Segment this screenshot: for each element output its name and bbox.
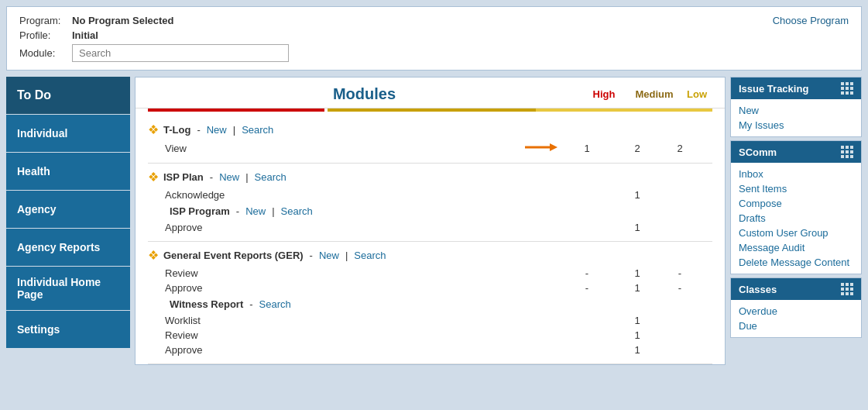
profile-label: Profile: xyxy=(19,29,66,41)
tlog-view-medium: 2 xyxy=(610,143,664,154)
isp-new-link[interactable]: New xyxy=(219,171,239,183)
scomm-inbox-link[interactable]: Inbox xyxy=(739,167,853,181)
priority-medium-label: Medium xyxy=(627,88,681,100)
tlog-search-link[interactable]: Search xyxy=(242,124,273,136)
sidebar-item-individual-home-page[interactable]: Individual Home Page xyxy=(6,267,130,310)
ger-search-link[interactable]: Search xyxy=(354,250,386,261)
ger-review-label: Review xyxy=(165,267,564,279)
modules-header: Modules High Medium Low xyxy=(136,78,725,109)
sidebar-item-agency-reports-label: Agency Reports xyxy=(17,241,100,253)
scomm-drafts-link[interactable]: Drafts xyxy=(739,212,853,225)
module-section-tlog: ❖ T-Log - New | Search View 1 xyxy=(148,116,712,164)
scomm-message-audit-link[interactable]: Message Audit xyxy=(739,241,853,254)
program-value: No Program Selected xyxy=(72,15,174,26)
witness-worklist-row: Worklist 1 xyxy=(148,313,712,328)
isp-approve-label: Approve xyxy=(165,222,564,233)
ger-review-low: - xyxy=(664,267,695,279)
module-row: Module: xyxy=(19,44,289,62)
ger-review-row: Review - 1 - xyxy=(148,266,712,281)
scomm-panel: SComm Inbox Sent Items Compose Drafts Cu… xyxy=(730,140,862,274)
witness-search-link[interactable]: Search xyxy=(259,298,291,310)
tlog-view-low: 2 xyxy=(664,143,695,154)
ger-name: General Event Reports (GER) xyxy=(163,250,304,261)
sidebar-item-agency[interactable]: Agency xyxy=(6,191,130,228)
isp-approve-row: Approve 1 xyxy=(148,220,712,235)
issue-tracking-title: Issue Tracking xyxy=(739,83,808,95)
isp-program-new-link[interactable]: New xyxy=(245,205,266,217)
scomm-delete-message-content-link[interactable]: Delete Message Content xyxy=(739,256,853,269)
scomm-compose-link[interactable]: Compose xyxy=(739,197,853,210)
center-content: Modules High Medium Low ❖ T-Log - New | xyxy=(135,77,726,365)
sidebar-item-todo-label: To Do xyxy=(17,88,51,102)
priority-high-label: High xyxy=(581,88,627,100)
scomm-grid-icon xyxy=(841,146,853,158)
sidebar-item-todo[interactable]: To Do xyxy=(6,77,130,114)
sidebar-item-individual[interactable]: Individual xyxy=(6,115,130,152)
witness-name: Witness Report xyxy=(170,298,243,310)
module-section-ger: ❖ General Event Reports (GER) - New | Se… xyxy=(148,242,712,364)
choose-program-link[interactable]: Choose Program xyxy=(773,15,849,26)
scomm-custom-user-group-link[interactable]: Custom User Group xyxy=(739,226,853,239)
classes-overdue-link[interactable]: Overdue xyxy=(739,305,853,318)
priority-headers: High Medium Low xyxy=(581,88,712,100)
sidebar-item-agency-label: Agency xyxy=(17,203,57,215)
top-bar-info: Program: No Program Selected Profile: In… xyxy=(19,15,289,62)
search-input[interactable] xyxy=(72,44,289,62)
witness-approve-row: Approve 1 xyxy=(148,343,712,357)
tlog-arrow xyxy=(523,142,558,155)
issue-tracking-panel: Issue Tracking New My Issues xyxy=(730,77,862,137)
isp-title-row: ❖ ISP Plan - New | Search xyxy=(148,170,712,184)
classes-header: Classes xyxy=(731,278,861,300)
sidebar-item-health[interactable]: Health xyxy=(6,153,130,190)
tlog-view-row: View 1 2 2 xyxy=(148,140,712,157)
isp-search-link[interactable]: Search xyxy=(255,171,286,183)
ger-approve-medium: 1 xyxy=(610,282,664,294)
sidebar-item-health-label: Health xyxy=(17,165,50,177)
ger-approve-low: - xyxy=(664,282,695,294)
ger-approve-high: - xyxy=(564,282,610,294)
isp-acknowledge-medium: 1 xyxy=(610,189,664,201)
modules-title: Modules xyxy=(148,85,581,103)
sidebar-item-settings-label: Settings xyxy=(17,323,60,336)
profile-row: Profile: Initial xyxy=(19,29,289,41)
classes-grid-icon xyxy=(841,283,853,295)
top-bar: Program: No Program Selected Profile: In… xyxy=(6,6,862,71)
scomm-title: SComm xyxy=(739,146,777,158)
program-label: Program: xyxy=(19,15,66,26)
ger-approve-row: Approve - 1 - xyxy=(148,281,712,295)
witness-worklist-label: Worklist xyxy=(165,315,564,326)
issue-tracking-new-link[interactable]: New xyxy=(739,104,853,117)
ger-new-link[interactable]: New xyxy=(319,250,339,261)
right-sidebar: Issue Tracking New My Issues SComm xyxy=(730,77,862,365)
isp-approve-medium: 1 xyxy=(610,222,664,233)
classes-title: Classes xyxy=(739,284,777,295)
isp-program-title-row: ISP Program - New | Search xyxy=(148,205,712,217)
tlog-title-row: ❖ T-Log - New | Search xyxy=(148,122,712,137)
witness-review-row: Review 1 xyxy=(148,328,712,343)
priority-low-label: Low xyxy=(681,88,712,100)
sidebar-item-agency-reports[interactable]: Agency Reports xyxy=(6,229,130,266)
scomm-body: Inbox Sent Items Compose Drafts Custom U… xyxy=(731,163,861,274)
witness-worklist-medium: 1 xyxy=(610,315,664,326)
bar-low xyxy=(536,109,712,112)
isp-name: ISP Plan xyxy=(163,171,204,183)
tlog-new-link[interactable]: New xyxy=(207,124,227,136)
issue-tracking-body: New My Issues xyxy=(731,99,861,136)
program-row: Program: No Program Selected xyxy=(19,15,289,26)
tlog-icon: ❖ xyxy=(148,122,159,137)
ger-review-medium: 1 xyxy=(610,267,664,279)
witness-approve-medium: 1 xyxy=(610,344,664,356)
module-label: Module: xyxy=(19,47,66,59)
modules-body: ❖ T-Log - New | Search View 1 xyxy=(136,116,725,364)
scomm-sent-items-link[interactable]: Sent Items xyxy=(739,182,853,195)
isp-program-search-link[interactable]: Search xyxy=(281,205,313,217)
classes-due-link[interactable]: Due xyxy=(739,319,853,332)
module-section-isp: ❖ ISP Plan - New | Search Acknowledge 1 … xyxy=(148,164,712,242)
ger-approve-label: Approve xyxy=(165,282,564,294)
left-sidebar: To Do Individual Health Agency Agency Re… xyxy=(6,77,130,365)
witness-title-row: Witness Report - Search xyxy=(148,298,712,310)
ger-review-high: - xyxy=(564,267,610,279)
sidebar-item-individual-label: Individual xyxy=(17,127,67,140)
issue-tracking-my-issues-link[interactable]: My Issues xyxy=(739,119,853,132)
sidebar-item-settings[interactable]: Settings xyxy=(6,311,130,348)
